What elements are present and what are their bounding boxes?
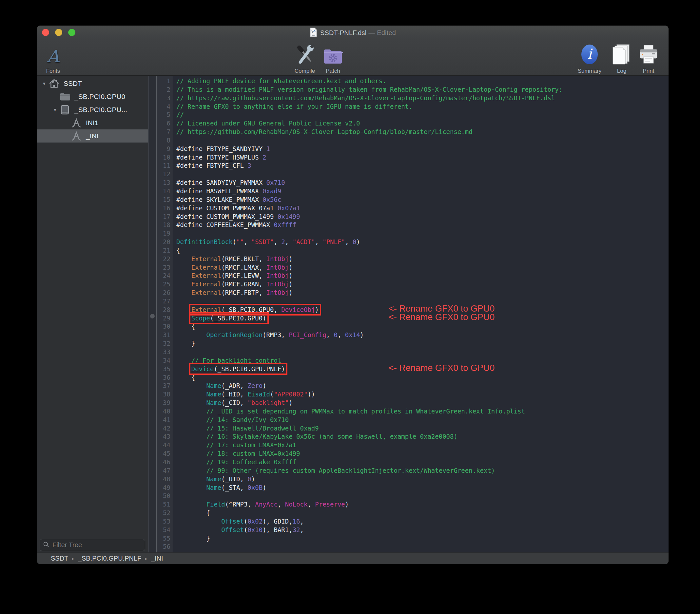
code-line: // 99: Other (requires custom AppleBackl…	[176, 466, 668, 475]
line-number: 16	[157, 204, 173, 213]
line-number: 33	[157, 348, 173, 356]
line-number: 53	[157, 517, 173, 526]
code-line: {	[176, 246, 668, 255]
tree-item-ini1[interactable]: INI1	[37, 116, 148, 129]
code-line: #define FBTYPE_SANDYIVY 1	[176, 145, 668, 153]
breadcrumb-item-ssdt[interactable]: SSDT	[51, 555, 68, 562]
code-line: Name(_STA, 0x0B)	[176, 484, 668, 492]
line-number: 48	[157, 475, 173, 484]
print-label: Print	[643, 68, 654, 74]
desktop: { "window": { "title": "SSDT-PNLF.dsl", …	[0, 0, 700, 614]
breadcrumb-separator-icon: ▸	[72, 556, 74, 562]
code-line: Field(^RMP3, AnyAcc, NoLock, Preserve)	[176, 500, 668, 509]
line-number: 37	[157, 382, 173, 390]
filter-field[interactable]	[40, 539, 145, 551]
line-number: 7	[157, 128, 173, 136]
line-number: 22	[157, 255, 173, 263]
line-number: 36	[157, 374, 173, 382]
line-number: 9	[157, 145, 173, 153]
toolbar: A Fonts Compile	[37, 40, 668, 76]
tree-item-ssdt[interactable]: ▼SSDT	[37, 77, 148, 90]
tree-item-sbpci0gpu0[interactable]: _SB.PCI0.GPU0	[37, 90, 148, 103]
patch-button[interactable]: Patch	[308, 41, 358, 74]
line-number: 10	[157, 153, 173, 162]
split-divider[interactable]	[148, 76, 157, 552]
search-icon	[43, 541, 49, 549]
breadcrumb: SSDT▸_SB.PCI0.GPU.PNLF▸_INI	[37, 552, 668, 564]
breadcrumb-item-ini[interactable]: _INI	[151, 555, 163, 562]
line-number: 34	[157, 356, 173, 365]
code-line: External(RMCF.LEVW, IntObj)	[176, 272, 668, 280]
line-number: 47	[157, 466, 173, 475]
code-line: Scope(_SB.PCI0.GPU0)<- Rename GFX0 to GP…	[176, 314, 668, 323]
line-number: 24	[157, 272, 173, 280]
line-number: 14	[157, 187, 173, 196]
line-number: 35	[157, 365, 173, 374]
code-line: // 15: Haswell/Broadwell 0xad9	[176, 424, 668, 433]
code-line: //	[176, 111, 668, 119]
annotation-box: External(_SB.PCI0.GPU0, DeviceObj)	[191, 306, 319, 313]
line-number: 56	[157, 542, 173, 551]
code-line: }	[176, 339, 668, 348]
fonts-label: Fonts	[46, 68, 60, 74]
split-handle[interactable]	[150, 314, 155, 318]
disclosure-triangle-icon[interactable]: ▼	[51, 108, 59, 112]
code-line: }	[176, 535, 668, 543]
disclosure-triangle-icon[interactable]: ▼	[40, 81, 48, 86]
patch-icon	[323, 48, 343, 66]
edited-badge: — Edited	[368, 29, 396, 36]
line-number: 13	[157, 178, 173, 187]
fonts-button[interactable]: A Fonts	[37, 41, 78, 74]
fonts-icon: A	[47, 47, 59, 66]
code-editor[interactable]: 1234567891011121314151617181920212223242…	[157, 76, 668, 552]
code-line: Name(_UID, 0)	[176, 475, 668, 484]
line-number: 26	[157, 289, 173, 297]
window-title-area: DSL SSDT-PNLF.dsl — Edited	[37, 26, 668, 40]
code-line: // Rename GFX0 to anything else if your …	[176, 102, 668, 111]
line-number: 52	[157, 509, 173, 517]
line-number: 32	[157, 339, 173, 348]
line-number: 6	[157, 119, 173, 128]
line-number: 19	[157, 229, 173, 238]
line-number-gutter: 1234567891011121314151617181920212223242…	[157, 76, 173, 552]
code-line: // https://raw.githubusercontent.com/Reh…	[176, 94, 668, 102]
breadcrumb-item-sbpci0gpupnlf[interactable]: _SB.PCI0.GPU.PNLF	[78, 555, 141, 562]
tree-item-ini[interactable]: _INI	[37, 129, 148, 142]
tree-item-label: SSDT	[64, 79, 82, 87]
breadcrumb-separator-icon: ▸	[145, 556, 148, 562]
code-line: External(RMCF.LMAX, IntObj)	[176, 263, 668, 272]
sidebar: ▼SSDT_SB.PCI0.GPU0▼_SB.PCI0.GPU...INI1_I…	[37, 76, 148, 552]
line-number: 51	[157, 500, 173, 509]
line-number: 27	[157, 297, 173, 306]
code-line: // 18: custom LMAX=0x1499	[176, 450, 668, 458]
code-line: Name(_CID, "backlight")	[176, 399, 668, 407]
code-line	[176, 229, 668, 238]
content-area: ▼SSDT_SB.PCI0.GPU0▼_SB.PCI0.GPU...INI1_I…	[37, 76, 668, 552]
print-button[interactable]: Print	[624, 41, 668, 74]
code-line: #define CUSTOM_PWMMAX_07a1 0x07a1	[176, 204, 668, 213]
tree-item-label: _SB.PCI0.GPU0	[74, 93, 125, 101]
code-line: #define HASWELL_PWMMAX 0xad9	[176, 187, 668, 196]
code-line: #define SKYLAKE_PWMMAX 0x56c	[176, 196, 668, 204]
line-number: 42	[157, 424, 173, 433]
tree-item-label: _SB.PCI0.GPU...	[74, 106, 127, 114]
annotation-box: Device(_SB.PCI0.GPU.PNLF)	[191, 365, 285, 373]
print-icon	[638, 45, 659, 66]
line-number: 43	[157, 433, 173, 441]
method-icon	[71, 131, 82, 140]
code-line: #define FBTYPE_HSWPLUS 2	[176, 153, 668, 162]
device-icon	[59, 105, 71, 115]
line-number: 18	[157, 221, 173, 229]
line-number: 50	[157, 492, 173, 500]
code-line	[176, 542, 668, 551]
line-number: 39	[157, 399, 173, 407]
app-window: DSL SSDT-PNLF.dsl — Edited A Fonts	[37, 26, 668, 564]
line-number: 17	[157, 213, 173, 221]
code-line	[176, 136, 668, 145]
filter-tree-input[interactable]	[52, 541, 142, 549]
line-number: 15	[157, 196, 173, 204]
tree-item-sbpci0gpu[interactable]: ▼_SB.PCI0.GPU...	[37, 103, 148, 116]
code-line: Name(_ADR, Zero)	[176, 382, 668, 390]
code-line: {	[176, 322, 668, 331]
line-number: 5	[157, 111, 173, 119]
